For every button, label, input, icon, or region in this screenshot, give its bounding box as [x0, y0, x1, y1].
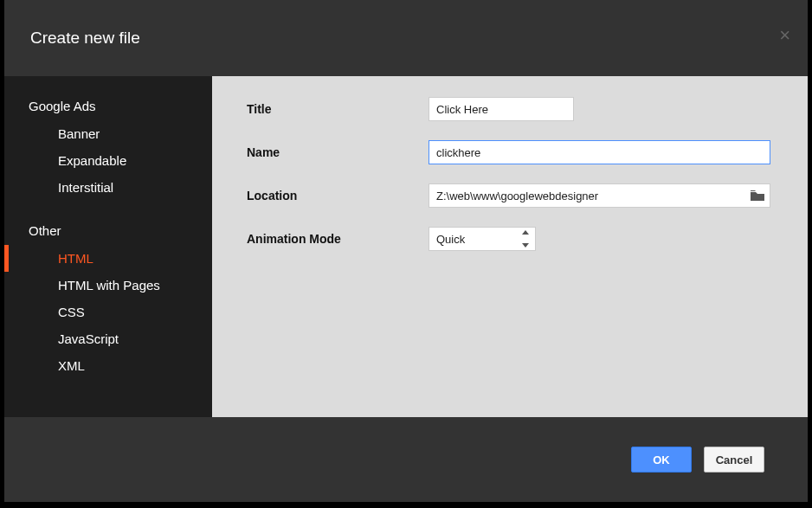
sidebar-item-banner[interactable]: Banner	[4, 120, 212, 147]
row-title: Title	[247, 97, 773, 121]
row-animation-mode: Animation Mode	[247, 227, 773, 251]
sidebar-item-xml[interactable]: XML	[4, 352, 212, 379]
sidebar-item-expandable[interactable]: Expandable	[4, 147, 212, 174]
folder-icon[interactable]	[751, 190, 764, 201]
dialog-titlebar: Create new file ×	[4, 0, 808, 76]
sidebar-item-css[interactable]: CSS	[4, 299, 212, 325]
create-file-dialog: Create new file × Google Ads Banner Expa…	[4, 0, 808, 502]
dialog-body: Google Ads Banner Expandable Interstitia…	[4, 76, 808, 417]
location-input[interactable]: Z:\web\www\googlewebdesigner	[429, 183, 770, 208]
dialog-title: Create new file	[30, 29, 140, 48]
sidebar-item-html-with-pages[interactable]: HTML with Pages	[4, 272, 212, 299]
sidebar-item-interstitial[interactable]: Interstitial	[4, 174, 212, 201]
close-icon[interactable]: ×	[779, 26, 790, 45]
row-location: Location Z:\web\www\googlewebdesigner	[247, 183, 773, 208]
name-label: Name	[247, 145, 429, 159]
location-value: Z:\web\www\googlewebdesigner	[436, 190, 751, 203]
row-name: Name	[247, 140, 773, 164]
location-label: Location	[247, 189, 429, 203]
title-input[interactable]	[429, 97, 574, 121]
sidebar: Google Ads Banner Expandable Interstitia…	[4, 76, 212, 417]
sidebar-item-javascript[interactable]: JavaScript	[4, 325, 212, 352]
sidebar-group-other: Other	[4, 216, 212, 245]
title-label: Title	[247, 102, 429, 116]
cancel-button[interactable]: Cancel	[704, 447, 764, 473]
sidebar-item-html[interactable]: HTML	[4, 245, 212, 272]
ok-button[interactable]: OK	[631, 447, 692, 473]
sidebar-group-google-ads: Google Ads	[4, 92, 212, 120]
animation-mode-label: Animation Mode	[247, 232, 429, 246]
dialog-footer: OK Cancel	[4, 417, 808, 502]
animation-mode-select[interactable]	[429, 227, 536, 251]
name-input[interactable]	[429, 140, 770, 164]
form-panel: Title Name Location Z:\web\www\googleweb…	[212, 76, 808, 417]
